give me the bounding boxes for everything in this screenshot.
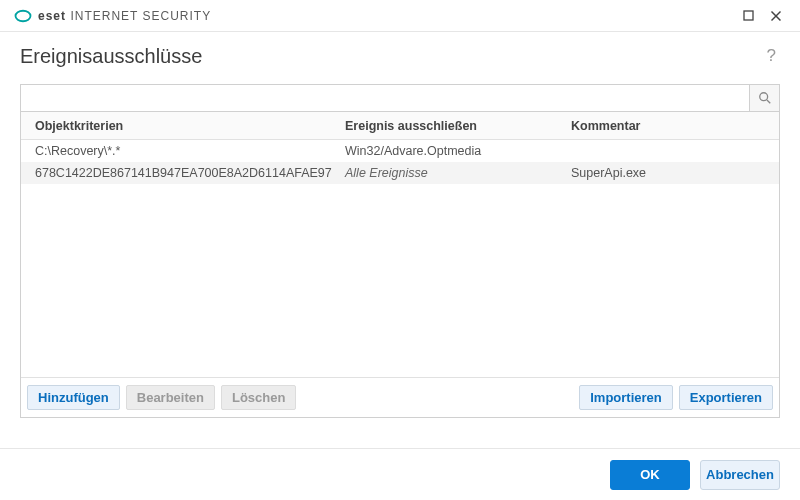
titlebar: eset INTERNET SECURITY bbox=[0, 0, 800, 32]
svg-rect-1 bbox=[744, 11, 753, 20]
eset-logo-icon bbox=[14, 7, 32, 25]
svg-point-4 bbox=[759, 93, 767, 101]
table-row[interactable]: 678C1422DE867141B947EA700E8A2D6114AFAE97… bbox=[21, 162, 779, 184]
ok-button[interactable]: OK bbox=[610, 460, 690, 490]
column-object[interactable]: Objektkriterien bbox=[21, 119, 345, 133]
table-header: Objektkriterien Ereignis ausschließen Ko… bbox=[21, 112, 779, 140]
cancel-button[interactable]: Abbrechen bbox=[700, 460, 780, 490]
delete-button[interactable]: Löschen bbox=[221, 385, 296, 410]
maximize-button[interactable] bbox=[734, 4, 762, 28]
help-icon[interactable]: ? bbox=[763, 42, 780, 70]
cell-comment: SuperApi.exe bbox=[571, 166, 779, 180]
import-button[interactable]: Importieren bbox=[579, 385, 673, 410]
svg-point-0 bbox=[16, 10, 31, 21]
search-button[interactable] bbox=[749, 85, 779, 111]
dialog-footer: OK Abbrechen bbox=[0, 448, 800, 500]
add-button[interactable]: Hinzufügen bbox=[27, 385, 120, 410]
search-bar bbox=[20, 84, 780, 112]
exclusions-table: Objektkriterien Ereignis ausschließen Ko… bbox=[20, 112, 780, 418]
brand-bold: eset bbox=[38, 9, 66, 23]
search-input[interactable] bbox=[21, 85, 749, 111]
cell-exclude: Alle Ereignisse bbox=[345, 166, 571, 180]
cell-exclude: Win32/Advare.Optmedia bbox=[345, 144, 571, 158]
cell-object: C:\Recovery\*.* bbox=[21, 144, 345, 158]
table-row[interactable]: C:\Recovery\*.* Win32/Advare.Optmedia bbox=[21, 140, 779, 162]
close-button[interactable] bbox=[762, 4, 790, 28]
product-name: eset INTERNET SECURITY bbox=[38, 9, 211, 23]
edit-button[interactable]: Bearbeiten bbox=[126, 385, 215, 410]
table-toolbar: Hinzufügen Bearbeiten Löschen Importiere… bbox=[21, 377, 779, 417]
export-button[interactable]: Exportieren bbox=[679, 385, 773, 410]
page-header: Ereignisausschlüsse ? bbox=[0, 32, 800, 84]
table-body: C:\Recovery\*.* Win32/Advare.Optmedia 67… bbox=[21, 140, 779, 377]
svg-line-5 bbox=[766, 100, 769, 103]
page-title: Ereignisausschlüsse bbox=[20, 45, 202, 68]
column-comment[interactable]: Kommentar bbox=[571, 119, 779, 133]
column-exclude[interactable]: Ereignis ausschließen bbox=[345, 119, 571, 133]
cell-object: 678C1422DE867141B947EA700E8A2D6114AFAE97 bbox=[21, 166, 345, 180]
product-label: INTERNET SECURITY bbox=[70, 9, 211, 23]
